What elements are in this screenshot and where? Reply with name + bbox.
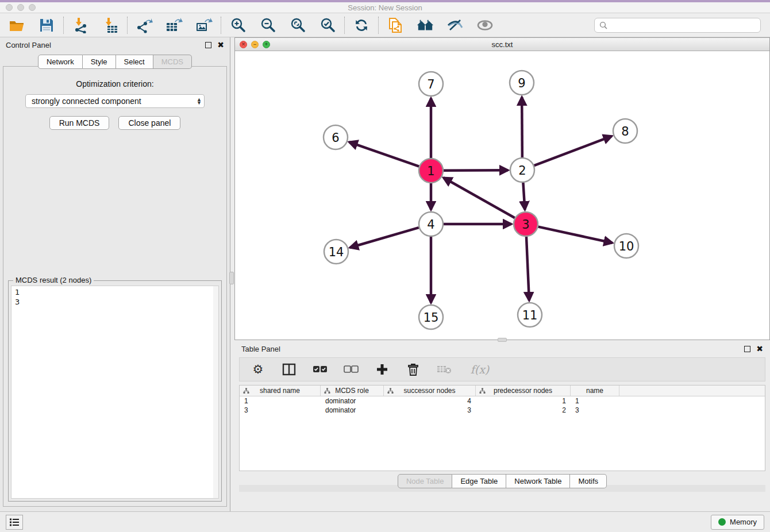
graph-edge-2-3[interactable] [523,183,525,210]
table-float-panel-icon[interactable] [744,346,750,352]
tab-select[interactable]: Select [116,55,153,69]
float-panel-icon[interactable] [205,42,211,48]
tab-style[interactable]: Style [83,55,116,69]
function-builder-icon[interactable]: f(x) [467,361,492,377]
network-graph[interactable]: 1234678910111415 [235,51,769,340]
close-panel-button[interactable]: Close panel [118,116,180,130]
table-cell[interactable]: dominator [321,406,384,414]
graph-node-15[interactable]: 15 [419,305,443,329]
task-history-button[interactable] [6,515,23,530]
zoom-out-icon[interactable] [259,17,276,34]
node-table[interactable]: shared nameMCDS rolesuccessor nodesprede… [239,385,765,471]
column-header-MCDS-role[interactable]: MCDS role [321,385,384,396]
import-network-icon[interactable] [72,17,89,34]
table-header-row: shared nameMCDS rolesuccessor nodesprede… [240,385,765,396]
graph-node-4[interactable]: 4 [419,212,443,236]
table-cell[interactable]: dominator [321,397,384,405]
graph-node-6[interactable]: 6 [324,125,348,149]
tab-mcds[interactable]: MCDS [153,55,192,69]
table-cell[interactable]: 3 [240,406,321,414]
column-header-shared-name[interactable]: shared name [240,385,321,396]
tab-edge-table[interactable]: Edge Table [452,474,506,488]
criterion-select[interactable]: strongly connected component ▲▼ [25,94,205,108]
table-cell[interactable]: 4 [384,397,476,405]
mcds-result-group: MCDS result (2 nodes) 1 3 [8,280,222,502]
split-view-icon[interactable] [281,361,297,377]
export-network-icon[interactable] [136,17,153,34]
graph-edge-2-8[interactable] [534,136,612,165]
graph-node-8[interactable]: 8 [613,119,637,143]
graph-edge-2-9[interactable] [522,97,522,157]
export-image-icon[interactable] [195,17,213,34]
graph-node-2[interactable]: 2 [510,158,534,182]
column-header-successor-nodes[interactable]: successor nodes [384,385,476,396]
table-row[interactable]: 1dominator411 [240,396,765,406]
memory-button[interactable]: Memory [711,515,764,530]
zoom-selected-icon[interactable] [319,17,336,34]
svg-text:3: 3 [522,218,529,232]
zoom-in-icon[interactable] [229,17,247,34]
close-panel-icon[interactable]: ✖ [217,41,224,49]
show-all-icon[interactable] [476,17,494,34]
graph-edge-3-10[interactable] [538,227,612,243]
table-cell[interactable]: 1 [240,397,321,405]
search-input-wrap[interactable] [594,18,761,33]
hide-selected-icon[interactable] [446,17,464,34]
graph-edge-1-2[interactable] [444,170,508,171]
graph-node-14[interactable]: 14 [324,240,348,264]
graph-node-3[interactable]: 3 [514,212,538,236]
graph-edge-3-11[interactable] [526,237,529,300]
export-table-icon[interactable] [165,17,183,34]
column-header-name[interactable]: name [571,385,619,396]
run-mcds-button[interactable]: Run MCDS [49,116,110,130]
graph-node-11[interactable]: 11 [518,303,542,327]
copy-network-view-icon[interactable] [387,17,404,34]
graph-node-1[interactable]: 1 [419,159,443,183]
add-column-icon[interactable] [374,361,390,377]
graph-node-10[interactable]: 10 [614,234,638,258]
tab-motifs[interactable]: Motifs [570,474,607,488]
deselect-all-icon[interactable] [343,361,359,377]
criterion-value: strongly connected component [32,97,141,106]
table-tabs-bar: Node Table Edge Table Network Table Moti… [234,471,770,491]
open-session-icon[interactable] [8,17,25,34]
table-cell[interactable]: 2 [476,406,571,414]
gear-icon[interactable]: ⚙ [250,361,266,377]
import-table-icon[interactable] [102,17,119,34]
mcds-result-title: MCDS result (2 nodes) [13,276,94,284]
horizontal-splitter-handle[interactable] [498,338,507,342]
vertical-splitter-handle[interactable] [229,272,234,284]
result-scrollbar[interactable] [213,286,218,498]
tab-node-table[interactable]: Node Table [398,474,453,488]
table-cell[interactable]: 3 [571,406,619,414]
graph-node-7[interactable]: 7 [419,72,443,96]
refresh-icon[interactable] [353,17,370,34]
table-close-panel-icon[interactable]: ✖ [756,345,763,353]
column-header-predecessor-nodes[interactable]: predecessor nodes [476,385,571,396]
table-cell[interactable]: 1 [476,397,571,405]
graph-edge-3-1[interactable] [444,178,515,218]
network-canvas[interactable]: 1234678910111415 [235,51,769,340]
select-stepper-icon: ▲▼ [197,98,202,105]
table-row[interactable]: 3dominator323 [240,406,765,415]
network-view-window: ✕ – + scc.txt 1234678910111415 [234,37,770,340]
delete-table-icon[interactable] [436,361,452,377]
save-session-icon[interactable] [38,17,55,34]
delete-column-icon[interactable] [405,361,421,377]
table-panel-header: Table Panel ✖ [234,341,770,356]
network-view-titlebar[interactable]: ✕ – + scc.txt [235,38,769,51]
graph-node-9[interactable]: 9 [510,71,534,95]
table-cell[interactable]: 3 [384,406,476,414]
search-input[interactable] [611,21,756,29]
mcds-result-text[interactable]: 1 3 [11,286,219,499]
tab-network-table[interactable]: Network Table [506,474,570,488]
tab-network[interactable]: Network [38,55,83,69]
select-all-icon[interactable] [312,361,328,377]
table-cell[interactable]: 1 [571,397,619,405]
graph-edge-1-6[interactable] [349,142,419,166]
table-toolbar: ⚙ f(x) [239,357,765,381]
home-layout-icon[interactable] [417,17,434,34]
zoom-fit-icon[interactable] [289,17,306,34]
toolbar-search [594,18,761,33]
graph-edge-4-14[interactable] [350,228,419,248]
